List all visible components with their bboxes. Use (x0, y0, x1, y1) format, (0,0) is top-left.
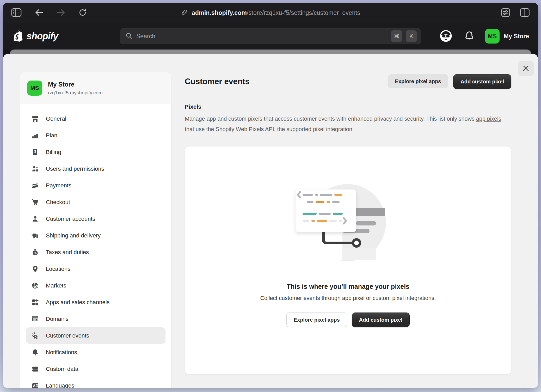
browser-sidebar-toggle-button[interactable] (10, 7, 23, 19)
empty-explore-pixel-apps-button[interactable]: Explore pixel apps (286, 313, 347, 327)
sidekick-button[interactable] (438, 28, 454, 45)
store-icon (31, 115, 39, 123)
back-button[interactable] (33, 8, 45, 18)
empty-state-body: Collect customer events through app pixe… (260, 295, 436, 302)
languages-icon: A (31, 382, 39, 388)
sidebar-item-checkout[interactable]: Checkout (26, 194, 165, 210)
sidebar-item-shipping[interactable]: Shipping and delivery (26, 227, 165, 244)
sidebar-item-customer-accounts[interactable]: Customer accounts (26, 211, 165, 227)
receipt-icon: $ (31, 148, 39, 156)
sidebar-item-markets[interactable]: $ Markets (26, 277, 165, 294)
users-lock-icon (31, 165, 39, 173)
svg-text:$: $ (34, 149, 36, 153)
search-icon (125, 32, 133, 40)
sidebar-item-payments[interactable]: Payments (26, 177, 165, 194)
account-menu[interactable]: MS My Store (485, 29, 529, 44)
close-icon (522, 64, 530, 73)
shopify-bag-icon (12, 29, 24, 44)
sidebar-item-locations[interactable]: Locations (26, 261, 165, 277)
close-settings-button[interactable] (518, 61, 534, 76)
sidebar-item-languages[interactable]: A Languages (26, 377, 165, 388)
sidebar-panel-icon (11, 8, 22, 18)
empty-state-heading: This is where you’ll manage your pixels (287, 283, 409, 290)
sidebar-item-customer-events[interactable]: Customer events (26, 327, 165, 344)
svg-text:%: % (34, 251, 37, 255)
truck-icon (31, 232, 39, 240)
sidebar-item-plan[interactable]: Plan (26, 127, 165, 144)
sidebar-item-billing[interactable]: $ Billing (26, 144, 165, 160)
bell-icon (464, 30, 475, 42)
search-input[interactable] (136, 33, 388, 40)
domains-window-icon (31, 315, 39, 323)
sidekick-face-icon (439, 29, 453, 44)
back-arrow-icon (34, 9, 44, 17)
svg-text:$: $ (36, 285, 38, 289)
browser-window: admin.shopify.com/store/rzq1xu-f5/settin… (3, 3, 538, 388)
pixels-illustration (292, 177, 404, 267)
admin-header: shopify ⌘ K (3, 23, 538, 50)
svg-text:A: A (33, 384, 35, 388)
pixels-description: Manage app and custom pixels that access… (185, 114, 511, 134)
globe-dollar-icon: $ (31, 282, 39, 290)
link-icon (181, 9, 188, 17)
page-backdrop: MS My Store rzq1xu-f5.myshopify.com Gene… (3, 50, 538, 388)
add-custom-pixel-button[interactable]: Add custom pixel (453, 74, 511, 89)
credit-card-icon (31, 182, 39, 189)
pixels-section-heading: Pixels (185, 103, 511, 110)
sidebar-store-header: MS My Store rzq1xu-f5.myshopify.com (20, 72, 171, 104)
cart-icon (31, 198, 39, 206)
notifications-button[interactable] (463, 29, 476, 44)
map-pin-icon (31, 265, 39, 273)
global-search[interactable]: ⌘ K (120, 28, 421, 44)
money-bag-percent-icon: % (31, 248, 39, 256)
apps-grid-icon (31, 298, 39, 306)
shopify-logo[interactable]: shopify (12, 29, 58, 44)
app-pixels-link[interactable]: app pixels (476, 116, 501, 122)
forward-button[interactable] (55, 8, 67, 18)
sidebar-store-avatar: MS (27, 81, 42, 96)
browser-customize-button[interactable] (499, 6, 512, 20)
custom-data-icon (31, 365, 39, 373)
cmd-key-badge: ⌘ (391, 30, 402, 42)
shopify-wordmark: shopify (27, 31, 58, 42)
url-path: /store/rzq1xu-f5/settings/customer_event… (247, 9, 360, 16)
empty-add-custom-pixel-button[interactable]: Add custom pixel (352, 313, 410, 327)
k-key-badge: K (406, 30, 417, 42)
url-host: admin.shopify.com (192, 9, 247, 16)
plan-chart-icon (31, 132, 39, 139)
cursor-click-icon (31, 332, 39, 340)
customer-events-panel: Customer events Explore pixel apps Add c… (185, 54, 511, 374)
address-bar[interactable]: admin.shopify.com/store/rzq1xu-f5/settin… (181, 3, 360, 23)
person-icon (31, 215, 39, 223)
pixels-empty-state-card: This is where you’ll manage your pixels … (185, 146, 511, 374)
reload-button[interactable] (77, 7, 88, 19)
reload-icon (78, 8, 87, 18)
browser-chrome: admin.shopify.com/store/rzq1xu-f5/settin… (3, 3, 538, 23)
settings-modal: MS My Store rzq1xu-f5.myshopify.com Gene… (3, 54, 538, 388)
header-store-name: My Store (504, 33, 529, 40)
split-view-button[interactable] (519, 7, 531, 19)
page-title: Customer events (185, 77, 250, 86)
sidebar-item-domains[interactable]: Domains (26, 311, 165, 327)
sidebar-item-general[interactable]: General (26, 111, 165, 127)
sidebar-store-domain: rzq1xu-f5.myshopify.com (48, 90, 103, 96)
split-panes-icon (520, 8, 530, 18)
sidebar-item-apps-sales-channels[interactable]: Apps and sales channels (26, 294, 165, 310)
sidebar-item-taxes[interactable]: % Taxes and duties (26, 244, 165, 260)
bell-filled-icon (31, 348, 39, 356)
sliders-icon (500, 7, 511, 19)
sidebar-item-custom-data[interactable]: Custom data (26, 361, 165, 377)
store-avatar: MS (485, 29, 500, 44)
sidebar-item-notifications[interactable]: Notifications (26, 344, 165, 360)
sidebar-store-name: My Store (48, 81, 103, 88)
forward-arrow-icon (56, 9, 66, 17)
settings-sidebar: MS My Store rzq1xu-f5.myshopify.com Gene… (20, 72, 171, 388)
sidebar-item-users-permissions[interactable]: Users and permissions (26, 161, 165, 177)
explore-pixel-apps-button[interactable]: Explore pixel apps (388, 74, 448, 88)
settings-nav: General Plan $ Billing Users and permiss… (20, 104, 171, 388)
